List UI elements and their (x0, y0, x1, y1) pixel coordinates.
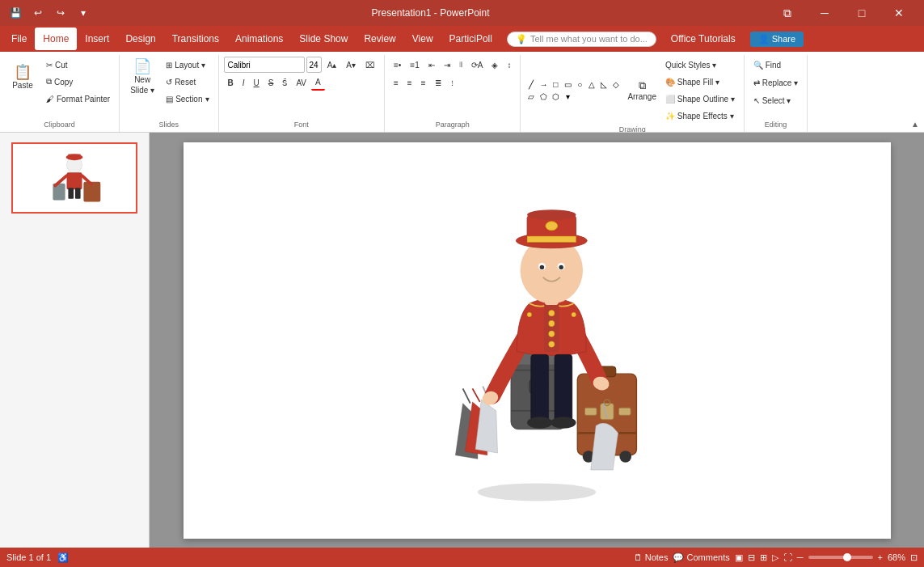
numbering-button[interactable]: ≡1 (406, 57, 423, 73)
redo-button[interactable]: ↪ (52, 4, 70, 22)
menu-office-tutorials[interactable]: Office Tutorials (663, 28, 744, 50)
find-button[interactable]: 🔍 Find (749, 57, 785, 73)
share-button[interactable]: 👤 Share (750, 32, 804, 47)
center-button[interactable]: ≡ (403, 74, 416, 91)
copy-button[interactable]: ⧉Copy (42, 74, 114, 90)
menu-view[interactable]: View (404, 28, 441, 50)
line-shape[interactable]: ╱ (525, 78, 537, 90)
diamond-shape[interactable]: ◇ (610, 78, 622, 90)
section-button[interactable]: ▤Section ▾ (162, 91, 213, 107)
font-color-button[interactable]: A (311, 74, 325, 91)
clear-formatting-button[interactable]: ⌧ (361, 57, 379, 73)
reset-button[interactable]: ↺Reset (162, 74, 213, 90)
comments-button[interactable]: 💬 Comments (673, 552, 729, 563)
view-slide-sorter-button[interactable]: ⊞ (760, 552, 767, 563)
new-slide-button[interactable]: 📄 New Slide ▾ (124, 57, 160, 97)
view-reading-button[interactable]: ▷ (772, 552, 778, 563)
menu-design[interactable]: Design (117, 28, 163, 50)
menu-insert[interactable]: Insert (77, 28, 117, 50)
text-direction-button[interactable]: ⟳A (467, 57, 487, 73)
strikethrough-button[interactable]: S (264, 74, 278, 91)
slide-thumb-svg (13, 142, 136, 214)
view-outline-button[interactable]: ⊟ (748, 552, 755, 563)
canvas-area[interactable] (150, 133, 924, 548)
increase-indent-button[interactable]: ⇥ (440, 57, 454, 73)
menu-home[interactable]: Home (35, 28, 77, 50)
pentagon-shape[interactable]: ⬠ (538, 91, 549, 102)
collapse-ribbon-button[interactable]: ▲ (906, 118, 924, 130)
undo-button[interactable]: ↩ (29, 4, 47, 22)
text-shadow-button[interactable]: S̈ (278, 74, 291, 91)
restore-down-button[interactable]: ⧉ (769, 0, 806, 26)
oval-shape[interactable]: ○ (574, 78, 585, 90)
hexagon-shape[interactable]: ⬡ (550, 91, 561, 102)
parallelogram-shape[interactable]: ▱ (525, 91, 537, 102)
svg-point-42 (551, 417, 576, 429)
italic-button[interactable]: I (238, 74, 249, 91)
shape-outline-button[interactable]: ⬜ Shape Outline ▾ (661, 91, 739, 107)
maximize-button[interactable]: □ (843, 0, 880, 26)
zoom-out-button[interactable]: ─ (797, 552, 804, 562)
increase-font-button[interactable]: A▴ (323, 57, 341, 73)
columns-button[interactable]: ⫴ (455, 57, 466, 73)
notes-button[interactable]: 🗒 Notes (634, 552, 669, 562)
quick-styles-button[interactable]: Quick Styles ▾ (661, 57, 739, 73)
menu-review[interactable]: Review (356, 28, 403, 50)
bullets-button[interactable]: ≡• (390, 57, 405, 73)
tell-me-box[interactable]: 💡 Tell me what you want to do... (507, 32, 656, 47)
menu-file[interactable]: File (3, 28, 35, 50)
paste-button[interactable]: 📋 Paste (5, 57, 40, 97)
slide-thumbnail-1[interactable] (11, 142, 137, 214)
menu-transitions[interactable]: Transitions (164, 28, 227, 50)
customize-qat-button[interactable]: ▾ (74, 4, 92, 22)
decrease-indent-button[interactable]: ⇤ (424, 57, 439, 73)
status-bar: Slide 1 of 1 ♿ 🗒 Notes 💬 Comments ▣ ⊟ ⊞ … (0, 548, 924, 567)
ribbon-group-font: Calibri 24 A▴ A▾ ⌧ B I U S S̈ AV A (219, 55, 385, 132)
zoom-slider[interactable] (808, 556, 873, 559)
layout-button[interactable]: ⊞Layout ▾ (162, 57, 213, 73)
format-painter-button[interactable]: 🖌Format Painter (42, 91, 114, 107)
vertical-align-button[interactable]: ⫶ (446, 74, 458, 91)
svg-point-35 (549, 331, 555, 336)
rect-shape[interactable]: □ (550, 78, 561, 90)
arrange-button[interactable]: ⧉ Arrange (623, 70, 660, 111)
underline-button[interactable]: U (250, 74, 264, 91)
shape-effects-button[interactable]: ✨ Shape Effects ▾ (661, 108, 739, 124)
convert-smartart-button[interactable]: ◈ (487, 57, 502, 73)
select-button[interactable]: ↖ Select ▾ (749, 92, 795, 108)
replace-button[interactable]: ⇄ Replace ▾ (749, 74, 802, 91)
save-button[interactable]: 💾 (6, 4, 24, 22)
zoom-level[interactable]: 68% (888, 552, 905, 562)
fit-to-window-button[interactable]: ⊡ (910, 552, 918, 563)
font-size-box[interactable]: 24 (306, 57, 322, 73)
shape-fill-button[interactable]: 🎨 Shape Fill ▾ (661, 74, 739, 90)
menu-participoll[interactable]: ParticiPoll (441, 28, 500, 50)
bold-button[interactable]: B (224, 74, 238, 91)
cut-button[interactable]: ✂Cut (42, 57, 114, 73)
rounded-rect-shape[interactable]: ▭ (562, 78, 573, 90)
line-spacing-button[interactable]: ↕ (503, 57, 515, 73)
shapes-palette: ╱ → □ ▭ ○ △ ◺ ◇ ▱ ⬠ ⬡ ▾ (525, 78, 622, 102)
align-left-button[interactable]: ≡ (390, 74, 403, 91)
menu-slideshow[interactable]: Slide Show (291, 28, 356, 50)
view-normal-button[interactable]: ▣ (735, 552, 743, 563)
triangle-shape[interactable]: △ (586, 78, 597, 90)
minimize-button[interactable]: ─ (806, 0, 843, 26)
close-button[interactable]: ✕ (880, 0, 918, 26)
slide-canvas[interactable] (184, 142, 891, 539)
svg-point-37 (527, 312, 531, 316)
align-right-button[interactable]: ≡ (417, 74, 430, 91)
decrease-font-button[interactable]: A▾ (342, 57, 360, 73)
more-shapes[interactable]: ▾ (562, 91, 573, 102)
font-name-box[interactable]: Calibri (224, 57, 305, 73)
svg-rect-40 (555, 354, 572, 421)
zoom-in-button[interactable]: + (878, 552, 883, 562)
accessibility-icon[interactable]: ♿ (57, 552, 69, 563)
menu-animations[interactable]: Animations (227, 28, 291, 50)
rt-triangle-shape[interactable]: ◺ (598, 78, 610, 90)
arrow-shape[interactable]: → (538, 78, 549, 90)
justify-button[interactable]: ≣ (431, 74, 445, 91)
font-format-row: B I U S S̈ AV A (224, 74, 325, 91)
view-fullscreen-button[interactable]: ⛶ (783, 552, 792, 562)
char-spacing-button[interactable]: AV (292, 74, 310, 91)
